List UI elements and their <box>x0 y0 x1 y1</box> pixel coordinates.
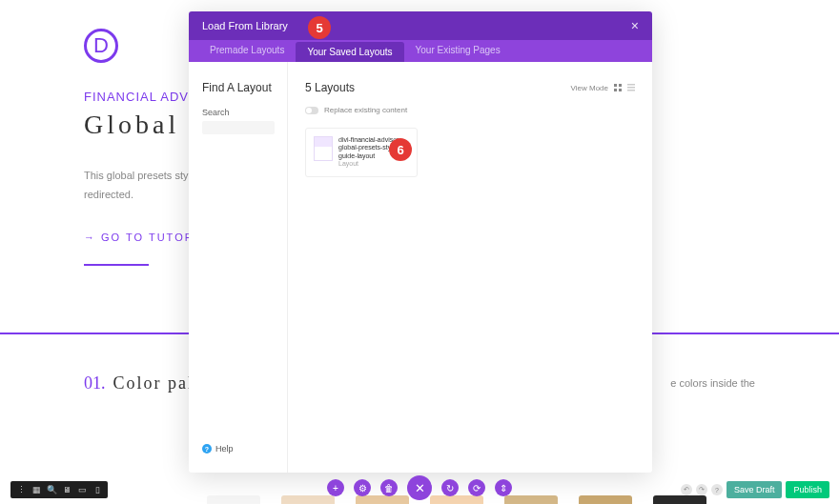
zoom-icon[interactable]: 🔍 <box>45 483 58 496</box>
undo-icon[interactable]: ↶ <box>681 484 692 495</box>
link-underline <box>84 264 149 266</box>
divi-logo: D <box>84 29 118 63</box>
section-number: 01. <box>84 373 106 393</box>
builder-left-toolbar: ⋮ ▦ 🔍 🖥 ▭ ▯ <box>10 481 108 498</box>
delete-icon[interactable]: 🗑 <box>380 479 398 496</box>
swatch <box>207 495 260 504</box>
tab-existing-pages[interactable]: Your Existing Pages <box>404 40 512 62</box>
layout-thumbnail <box>314 136 333 161</box>
wireframe-icon[interactable]: ▦ <box>30 483 43 496</box>
modal-content: 5 Layouts View Mode Replace existing con… <box>288 62 652 473</box>
svg-rect-1 <box>619 84 622 87</box>
redo-icon[interactable]: ↷ <box>696 484 707 495</box>
annotation-6: 6 <box>389 138 412 161</box>
svg-rect-6 <box>627 90 635 91</box>
swatch <box>504 495 558 504</box>
replace-toggle[interactable] <box>305 107 318 114</box>
save-draft-button[interactable]: Save Draft <box>726 481 783 498</box>
svg-rect-0 <box>614 84 617 87</box>
builder-center-toolbar: + ⚙ 🗑 ✕ ↻ ⟳ ⇕ <box>327 475 512 500</box>
section-side-text: e colors inside the <box>670 377 755 389</box>
help-text: Help <box>215 444 234 454</box>
content-header: 5 Layouts View Mode <box>305 81 635 94</box>
swatch <box>579 495 632 504</box>
layouts-count-title: 5 Layouts <box>305 81 355 94</box>
search-label: Search <box>202 108 274 117</box>
expand-icon[interactable]: ⇕ <box>495 479 512 496</box>
svg-rect-2 <box>614 89 617 91</box>
modal-sidebar: Find A Layout Search ? Help <box>189 62 288 473</box>
modal-body: Find A Layout Search ? Help 5 Layouts Vi… <box>189 62 652 473</box>
svg-rect-3 <box>619 89 622 91</box>
add-button[interactable]: + <box>327 479 344 496</box>
tab-saved-layouts[interactable]: Your Saved Layouts <box>296 42 403 62</box>
tablet-icon[interactable]: ▭ <box>75 483 89 496</box>
help-icon-small[interactable]: ? <box>711 484 723 495</box>
modal-tabs: Premade Layouts Your Saved Layouts Your … <box>189 40 652 62</box>
view-mode-label: View Mode <box>571 84 608 92</box>
portability-icon[interactable]: ⟳ <box>468 479 485 496</box>
modal-title: Load From Library <box>202 20 288 31</box>
mobile-icon[interactable]: ▯ <box>91 483 104 496</box>
find-layout-title: Find A Layout <box>202 81 274 94</box>
load-library-modal: Load From Library × Premade Layouts Your… <box>189 11 652 473</box>
help-link[interactable]: ? Help <box>202 444 274 454</box>
publish-button[interactable]: Publish <box>786 481 829 498</box>
settings-icon[interactable]: ⚙ <box>354 479 371 496</box>
replace-content-row: Replace existing content <box>305 106 635 114</box>
help-icon: ? <box>202 444 212 454</box>
history-icon[interactable]: ↻ <box>441 479 459 496</box>
close-builder-button[interactable]: ✕ <box>407 475 432 500</box>
svg-rect-4 <box>627 84 635 86</box>
grid-view-icon[interactable] <box>614 84 622 91</box>
close-icon[interactable]: × <box>631 18 639 33</box>
more-icon[interactable]: ⋮ <box>14 483 28 496</box>
desktop-icon[interactable]: 🖥 <box>60 483 73 496</box>
view-mode-controls: View Mode <box>571 84 635 92</box>
builder-right-toolbar: ↶ ↷ ? Save Draft Publish <box>681 481 829 498</box>
svg-rect-5 <box>627 87 635 89</box>
annotation-5: 5 <box>308 16 331 39</box>
tab-premade-layouts[interactable]: Premade Layouts <box>198 40 296 62</box>
replace-label: Replace existing content <box>324 106 407 114</box>
search-input[interactable] <box>202 121 275 134</box>
layout-type: Layout <box>338 160 409 168</box>
list-view-icon[interactable] <box>627 84 635 91</box>
modal-header: Load From Library × <box>189 11 652 40</box>
